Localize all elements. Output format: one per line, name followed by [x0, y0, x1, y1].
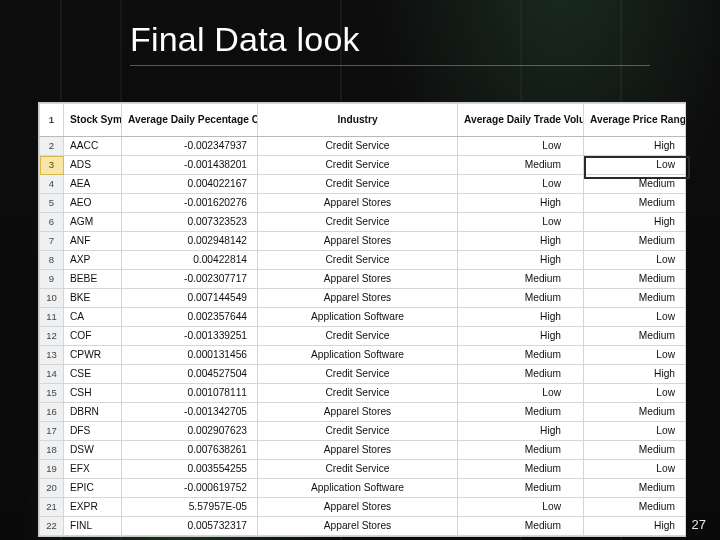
cell-pctchange[interactable]: 0.00422814: [122, 251, 258, 270]
cell-industry[interactable]: Apparel Stores: [258, 232, 458, 251]
cell-volume[interactable]: Medium: [458, 365, 584, 384]
col-header-range[interactable]: Average Price Range: [584, 104, 686, 137]
cell-symbol[interactable]: BKE: [64, 289, 122, 308]
table-row[interactable]: 5AEO-0.001620276Apparel StoresHighMedium: [40, 194, 686, 213]
cell-volume[interactable]: Medium: [458, 346, 584, 365]
cell-symbol[interactable]: EXPR: [64, 498, 122, 517]
table-row[interactable]: 22FINL0.005732317Apparel StoresMediumHig…: [40, 517, 686, 536]
cell-symbol[interactable]: AACC: [64, 137, 122, 156]
table-row[interactable]: 12COF-0.001339251Credit ServiceHighMediu…: [40, 327, 686, 346]
row-number[interactable]: 14: [40, 365, 64, 384]
cell-pctchange[interactable]: 0.003554255: [122, 460, 258, 479]
cell-range[interactable]: Low: [584, 251, 686, 270]
cell-industry[interactable]: Credit Service: [258, 460, 458, 479]
cell-symbol[interactable]: AGM: [64, 213, 122, 232]
cell-range[interactable]: Medium: [584, 498, 686, 517]
row-number[interactable]: 11: [40, 308, 64, 327]
cell-symbol[interactable]: FINL: [64, 517, 122, 536]
cell-range[interactable]: Medium: [584, 232, 686, 251]
table-row[interactable]: 19EFX0.003554255Credit ServiceMediumLow: [40, 460, 686, 479]
cell-volume[interactable]: High: [458, 194, 584, 213]
cell-range[interactable]: Low: [584, 460, 686, 479]
table-row[interactable]: 20EPIC-0.000619752Application SoftwareMe…: [40, 479, 686, 498]
cell-industry[interactable]: Credit Service: [258, 327, 458, 346]
cell-industry[interactable]: Credit Service: [258, 251, 458, 270]
cell-industry[interactable]: Apparel Stores: [258, 270, 458, 289]
cell-range[interactable]: Low: [584, 384, 686, 403]
cell-industry[interactable]: Credit Service: [258, 156, 458, 175]
cell-symbol[interactable]: CSE: [64, 365, 122, 384]
row-number[interactable]: 3: [40, 156, 64, 175]
cell-industry[interactable]: Application Software: [258, 346, 458, 365]
cell-symbol[interactable]: CA: [64, 308, 122, 327]
cell-pctchange[interactable]: 0.007638261: [122, 441, 258, 460]
table-row[interactable]: 21EXPR5.57957E-05Apparel StoresLowMedium: [40, 498, 686, 517]
cell-industry[interactable]: Apparel Stores: [258, 517, 458, 536]
cell-pctchange[interactable]: 0.004022167: [122, 175, 258, 194]
cell-range[interactable]: Low: [584, 422, 686, 441]
cell-pctchange[interactable]: 0.004527504: [122, 365, 258, 384]
row-number[interactable]: 19: [40, 460, 64, 479]
cell-pctchange[interactable]: -0.000619752: [122, 479, 258, 498]
row-number[interactable]: 17: [40, 422, 64, 441]
row-number[interactable]: 7: [40, 232, 64, 251]
cell-volume[interactable]: High: [458, 232, 584, 251]
row-number[interactable]: 9: [40, 270, 64, 289]
cell-symbol[interactable]: EFX: [64, 460, 122, 479]
row-number[interactable]: 16: [40, 403, 64, 422]
cell-industry[interactable]: Application Software: [258, 308, 458, 327]
row-number[interactable]: 8: [40, 251, 64, 270]
cell-pctchange[interactable]: -0.002307717: [122, 270, 258, 289]
cell-pctchange[interactable]: 0.007323523: [122, 213, 258, 232]
cell-industry[interactable]: Apparel Stores: [258, 498, 458, 517]
table-row[interactable]: 2AACC-0.002347937Credit ServiceLowHigh: [40, 137, 686, 156]
row-number[interactable]: 21: [40, 498, 64, 517]
cell-range[interactable]: High: [584, 137, 686, 156]
cell-range[interactable]: Medium: [584, 479, 686, 498]
cell-volume[interactable]: Low: [458, 498, 584, 517]
cell-volume[interactable]: Medium: [458, 460, 584, 479]
cell-industry[interactable]: Apparel Stores: [258, 441, 458, 460]
cell-volume[interactable]: Medium: [458, 270, 584, 289]
cell-symbol[interactable]: CPWR: [64, 346, 122, 365]
cell-symbol[interactable]: AEO: [64, 194, 122, 213]
cell-volume[interactable]: Medium: [458, 403, 584, 422]
cell-volume[interactable]: Medium: [458, 479, 584, 498]
cell-industry[interactable]: Application Software: [258, 479, 458, 498]
cell-pctchange[interactable]: -0.001342705: [122, 403, 258, 422]
cell-volume[interactable]: Medium: [458, 517, 584, 536]
row-number[interactable]: 12: [40, 327, 64, 346]
cell-pctchange[interactable]: 0.005732317: [122, 517, 258, 536]
cell-industry[interactable]: Apparel Stores: [258, 403, 458, 422]
cell-pctchange[interactable]: -0.001620276: [122, 194, 258, 213]
table-row[interactable]: 16DBRN-0.001342705Apparel StoresMediumMe…: [40, 403, 686, 422]
cell-range[interactable]: Low: [584, 346, 686, 365]
cell-pctchange[interactable]: 0.002357644: [122, 308, 258, 327]
row-number[interactable]: 20: [40, 479, 64, 498]
table-row[interactable]: 7ANF0.002948142Apparel StoresHighMedium: [40, 232, 686, 251]
cell-range[interactable]: Medium: [584, 270, 686, 289]
cell-range[interactable]: Medium: [584, 289, 686, 308]
cell-symbol[interactable]: BEBE: [64, 270, 122, 289]
cell-pctchange[interactable]: -0.001438201: [122, 156, 258, 175]
cell-range[interactable]: Medium: [584, 327, 686, 346]
table-row[interactable]: 11CA0.002357644Application SoftwareHighL…: [40, 308, 686, 327]
cell-industry[interactable]: Apparel Stores: [258, 289, 458, 308]
row-number[interactable]: 2: [40, 137, 64, 156]
row-number[interactable]: 22: [40, 517, 64, 536]
table-row[interactable]: 18DSW0.007638261Apparel StoresMediumMedi…: [40, 441, 686, 460]
table-row[interactable]: 15CSH0.001078111Credit ServiceLowLow: [40, 384, 686, 403]
cell-pctchange[interactable]: 0.002948142: [122, 232, 258, 251]
cell-range[interactable]: High: [584, 517, 686, 536]
cell-industry[interactable]: Credit Service: [258, 384, 458, 403]
cell-symbol[interactable]: AXP: [64, 251, 122, 270]
cell-pctchange[interactable]: -0.002347937: [122, 137, 258, 156]
cell-symbol[interactable]: DFS: [64, 422, 122, 441]
row-number[interactable]: 13: [40, 346, 64, 365]
cell-symbol[interactable]: DSW: [64, 441, 122, 460]
cell-range[interactable]: High: [584, 365, 686, 384]
table-row[interactable]: 14CSE0.004527504Credit ServiceMediumHigh: [40, 365, 686, 384]
cell-industry[interactable]: Apparel Stores: [258, 194, 458, 213]
row-number[interactable]: 5: [40, 194, 64, 213]
table-row[interactable]: 3ADS-0.001438201Credit ServiceMediumLow: [40, 156, 686, 175]
